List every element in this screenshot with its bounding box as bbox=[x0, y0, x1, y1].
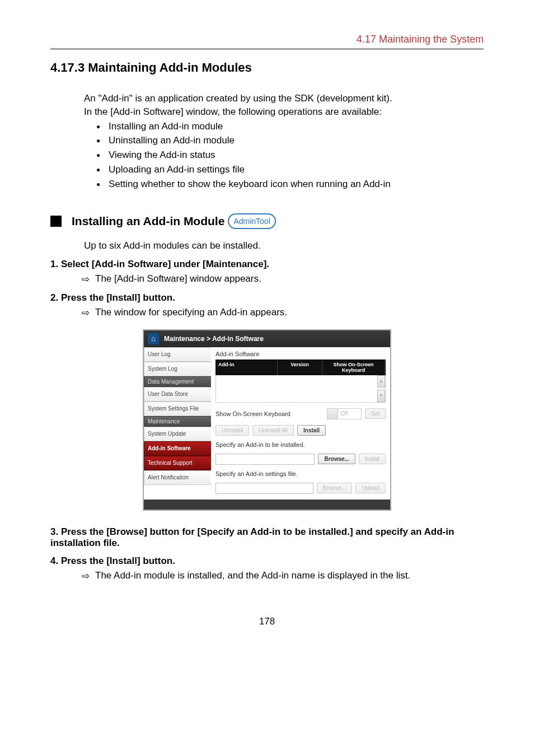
step-2-title: 2. Press the [Install] button. bbox=[50, 292, 484, 304]
bullet-item: Uninstalling an Add-in module bbox=[109, 134, 484, 147]
settings-path-input[interactable] bbox=[216, 483, 313, 494]
specify-settings-label: Specify an Add-in settings file. bbox=[216, 470, 386, 477]
sidebar-heading-maintenance: Maintenance bbox=[144, 416, 211, 427]
window-breadcrumb: Maintenance > Add-in Software bbox=[164, 335, 264, 343]
square-bullet-icon bbox=[50, 216, 62, 227]
page-title: 4.17.3 Maintaining Add-in Modules bbox=[50, 60, 484, 75]
addin-table-body: ▲ ▼ bbox=[216, 375, 386, 403]
install-button[interactable]: Install bbox=[297, 425, 326, 436]
show-keyboard-state[interactable]: Off bbox=[327, 408, 362, 419]
window-footer bbox=[144, 500, 390, 510]
sidebar-item-user-log[interactable]: User Log bbox=[144, 347, 211, 362]
sidebar-item-user-data-store[interactable]: User Data Store bbox=[144, 387, 211, 402]
col-version: Version bbox=[278, 360, 322, 375]
section-crumb: 4.17 Maintaining the System bbox=[50, 34, 484, 45]
home-icon[interactable]: ⌂ bbox=[147, 333, 160, 345]
sidebar-item-technical-support[interactable]: Technical Support bbox=[144, 456, 211, 470]
step-1-result: The [Add-in Software] window appears. bbox=[95, 272, 484, 286]
step-2-result: The window for specifying an Add-in appe… bbox=[95, 306, 484, 319]
bullet-item: Installing an Add-in module bbox=[109, 120, 484, 133]
main-panel: Add-in Software Add-in Version Show On-S… bbox=[211, 347, 390, 500]
step-4-result: The Add-in module is installed, and the … bbox=[95, 569, 484, 582]
step-4-title: 4. Press the [Install] button. bbox=[50, 556, 484, 567]
specify-install-label: Specify an Add-in to be installed. bbox=[216, 441, 386, 448]
set-button[interactable]: Set bbox=[365, 408, 386, 419]
sidebar-item-alert-notification[interactable]: Alert Notification bbox=[144, 470, 211, 485]
sidebar-item-system-update[interactable]: System Update bbox=[144, 427, 211, 441]
sidebar-item-addin-software[interactable]: Add-in Software bbox=[144, 441, 211, 456]
install-file-button[interactable]: Install bbox=[359, 454, 386, 464]
intro-line2: In the [Add-in Software] window, the fol… bbox=[84, 105, 484, 119]
col-addin: Add-in bbox=[216, 360, 278, 375]
page-number: 178 bbox=[50, 616, 484, 627]
browse-settings-button[interactable]: Browse... bbox=[317, 483, 353, 493]
step-3-title: 3. Press the [Browse] button for [Specif… bbox=[50, 526, 484, 549]
top-rule bbox=[50, 49, 484, 49]
pre-steps-text: Up to six Add-in modules can be installe… bbox=[84, 239, 484, 253]
upload-button[interactable]: Upload bbox=[355, 483, 386, 493]
window-breadcrumb-bar: ⌂ Maintenance > Add-in Software bbox=[144, 330, 390, 347]
install-path-input[interactable] bbox=[216, 454, 315, 465]
sidebar-heading-data-management: Data Management bbox=[144, 376, 211, 387]
intro-line1: An "Add-in" is an application created by… bbox=[84, 92, 484, 105]
addin-software-window: ⌂ Maintenance > Add-in Software User Log… bbox=[143, 329, 391, 511]
scroll-up-icon[interactable]: ▲ bbox=[377, 375, 385, 388]
bullet-item: Uploading an Add-in settings file bbox=[109, 163, 484, 176]
sidebar-item-system-log[interactable]: System Log bbox=[144, 362, 211, 376]
subheading-text: Installing an Add-in Module bbox=[72, 214, 224, 228]
addin-table-header: Add-in Version Show On-Screen Keyboard bbox=[216, 360, 386, 375]
bullet-item: Setting whether to show the keyboard ico… bbox=[109, 178, 484, 191]
table-scrollbar[interactable]: ▲ ▼ bbox=[377, 375, 385, 402]
subheading-row: Installing an Add-in Module AdminTool bbox=[50, 213, 484, 229]
intro-bullets: Installing an Add-in module Uninstalling… bbox=[84, 120, 484, 191]
step-1-title: 1. Select [Add-in Software] under [Maint… bbox=[50, 259, 484, 270]
uninstall-all-button[interactable]: Uninstall All bbox=[252, 425, 294, 436]
col-show-keyboard: Show On-Screen Keyboard bbox=[322, 360, 385, 375]
browse-install-button[interactable]: Browse... bbox=[318, 454, 355, 464]
bullet-item: Viewing the Add-in status bbox=[109, 148, 484, 162]
scroll-down-icon[interactable]: ▼ bbox=[377, 390, 385, 402]
sidebar-item-system-settings-file[interactable]: System Settings File bbox=[144, 402, 211, 416]
show-keyboard-label: Show On-Screen Keyboard bbox=[216, 410, 324, 417]
admintool-tag: AdminTool bbox=[228, 213, 275, 229]
panel-title: Add-in Software bbox=[216, 351, 386, 357]
sidebar: User Log System Log Data Management User… bbox=[144, 347, 211, 500]
uninstall-button[interactable]: Uninstall bbox=[216, 425, 249, 436]
